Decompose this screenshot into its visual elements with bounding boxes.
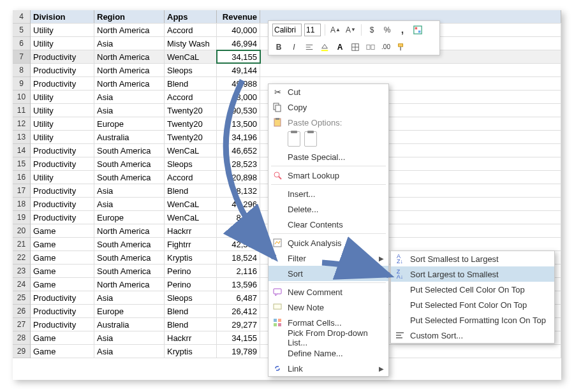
- cell[interactable]: North America: [94, 50, 165, 63]
- increase-font-icon[interactable]: A▲: [329, 24, 342, 36]
- cell[interactable]: Game: [31, 331, 94, 344]
- cell[interactable]: 13,596: [217, 278, 260, 291]
- menu-clear-contents[interactable]: Clear Contents: [269, 217, 388, 232]
- cell[interactable]: Misty Wash: [165, 37, 217, 50]
- cell[interactable]: Asia: [94, 345, 165, 358]
- row-header[interactable]: 12: [13, 117, 30, 131]
- cell[interactable]: Productivity: [31, 198, 94, 210]
- border-icon[interactable]: [349, 41, 362, 54]
- row-header[interactable]: 25: [13, 291, 30, 305]
- menu-link[interactable]: Link▶: [269, 361, 388, 376]
- cell[interactable]: WenCaL: [165, 144, 217, 157]
- sort-desc[interactable]: ZA↓Sort Largest to Smallest: [391, 266, 554, 282]
- cell[interactable]: Utility: [31, 37, 94, 50]
- italic-icon[interactable]: I: [288, 41, 300, 54]
- cell[interactable]: 40,000: [217, 24, 260, 36]
- cell[interactable]: Productivity: [31, 184, 94, 197]
- paste-option-1[interactable]: [288, 131, 300, 147]
- menu-filter[interactable]: Filter▶: [269, 250, 388, 266]
- cell[interactable]: North America: [94, 77, 165, 90]
- menu-delete[interactable]: Delete...: [269, 201, 388, 217]
- cell[interactable]: Hackrr: [165, 224, 217, 237]
- cell[interactable]: 19,789: [217, 345, 260, 358]
- row-header[interactable]: 10: [13, 91, 30, 104]
- sort-cell-color[interactable]: Put Selected Cell Color On Top: [391, 282, 554, 297]
- cell[interactable]: Accord: [165, 91, 217, 103]
- row-header[interactable]: 14: [13, 144, 30, 157]
- cell[interactable]: Asia: [94, 184, 165, 197]
- cell[interactable]: 34,155: [217, 331, 260, 344]
- sort-custom[interactable]: Custom Sort...: [391, 328, 554, 343]
- cell[interactable]: Fightrr: [165, 238, 217, 250]
- cell[interactable]: Game: [31, 265, 94, 277]
- cell[interactable]: 49,144: [217, 64, 260, 76]
- row-header[interactable]: 6: [13, 37, 30, 50]
- cell[interactable]: Productivity: [31, 77, 94, 90]
- cell[interactable]: 28,523: [217, 157, 260, 170]
- cell[interactable]: 42,569: [217, 238, 260, 250]
- row-header[interactable]: 17: [13, 184, 30, 198]
- cell[interactable]: Asia: [94, 291, 165, 304]
- cell[interactable]: North America: [94, 24, 165, 36]
- cell[interactable]: Blend: [165, 305, 217, 317]
- cell[interactable]: Kryptis: [165, 251, 217, 264]
- cell[interactable]: Accord: [165, 24, 217, 36]
- cell[interactable]: South America: [94, 157, 165, 170]
- bold-icon[interactable]: B: [272, 41, 285, 54]
- decrease-font-icon[interactable]: A▼: [344, 24, 357, 36]
- cell[interactable]: Revenue: [217, 10, 260, 23]
- cell[interactable]: 29,277: [217, 318, 260, 331]
- cell[interactable]: 90,530: [217, 104, 260, 117]
- cell[interactable]: Productivity: [31, 64, 94, 76]
- cell[interactable]: South America: [94, 171, 165, 184]
- cell[interactable]: Apps: [165, 10, 217, 23]
- cell[interactable]: 34,155: [217, 50, 260, 63]
- cell[interactable]: Utility: [31, 171, 94, 184]
- fill-color-icon[interactable]: [318, 41, 331, 54]
- cell[interactable]: 44,675: [217, 224, 260, 237]
- sort-font-color[interactable]: Put Selected Font Color On Top: [391, 297, 554, 312]
- cell[interactable]: Productivity: [31, 157, 94, 170]
- cell[interactable]: Twenty20: [165, 104, 217, 117]
- cell[interactable]: Utility: [31, 24, 94, 36]
- cell[interactable]: 26,412: [217, 305, 260, 317]
- row-header[interactable]: 16: [13, 171, 30, 184]
- cell[interactable]: 2,116: [217, 265, 260, 277]
- cell[interactable]: 47,296: [217, 198, 260, 210]
- cell[interactable]: Blend: [165, 77, 217, 90]
- cell[interactable]: North America: [94, 64, 165, 76]
- cell[interactable]: Perino: [165, 265, 217, 277]
- menu-quick-analysis[interactable]: Quick Analysis: [269, 235, 388, 250]
- menu-new-note[interactable]: New Note: [269, 300, 388, 315]
- row-header[interactable]: 5: [13, 24, 30, 37]
- cell[interactable]: Productivity: [31, 318, 94, 331]
- row-header[interactable]: 11: [13, 104, 30, 117]
- cell[interactable]: Division: [31, 10, 94, 23]
- row-header[interactable]: 19: [13, 211, 30, 224]
- cell[interactable]: Europe: [94, 211, 165, 224]
- row-header[interactable]: 26: [13, 305, 30, 318]
- cell[interactable]: 34,196: [217, 131, 260, 143]
- cell[interactable]: North America: [94, 278, 165, 291]
- cell[interactable]: Productivity: [31, 211, 94, 224]
- cell[interactable]: 8,532: [217, 211, 260, 224]
- cell[interactable]: Asia: [94, 37, 165, 50]
- row-header[interactable]: 9: [13, 77, 30, 91]
- font-size-select[interactable]: [304, 24, 321, 36]
- cell[interactable]: 13,500: [217, 117, 260, 130]
- menu-smart-lookup[interactable]: Smart Lookup: [269, 168, 388, 183]
- cell[interactable]: Productivity: [31, 144, 94, 157]
- cell[interactable]: 20,898: [217, 171, 260, 184]
- row-header[interactable]: 23: [13, 265, 30, 278]
- cell[interactable]: Sleops: [165, 64, 217, 76]
- cell[interactable]: 49,988: [217, 77, 260, 90]
- cell[interactable]: Australia: [94, 318, 165, 331]
- cell[interactable]: Perino: [165, 278, 217, 291]
- cell[interactable]: Productivity: [31, 50, 94, 63]
- sort-icon-top[interactable]: Put Selected Formatting Icon On Top: [391, 312, 554, 328]
- cell[interactable]: Utility: [31, 91, 94, 103]
- cell[interactable]: Region: [94, 10, 165, 23]
- menu-paste-special[interactable]: Paste Special...: [269, 149, 388, 164]
- menu-sort[interactable]: Sort▶: [269, 266, 388, 281]
- cell[interactable]: Sleops: [165, 157, 217, 170]
